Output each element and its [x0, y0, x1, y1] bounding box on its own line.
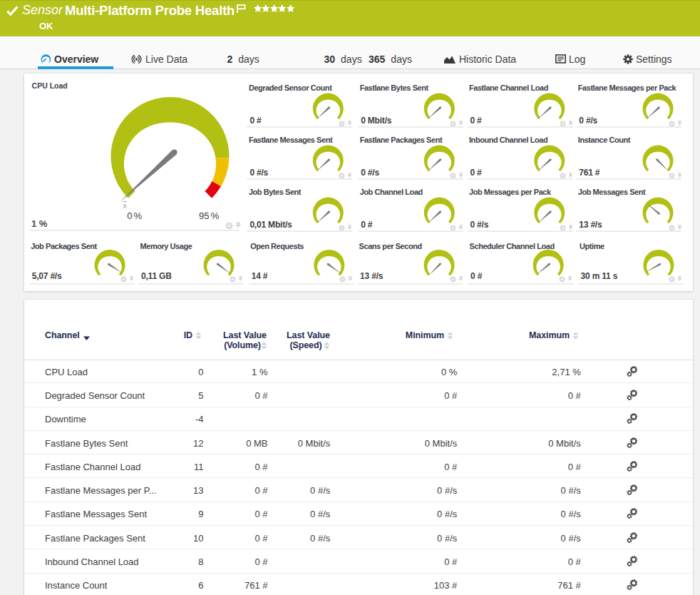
pin-icon[interactable]: [567, 276, 572, 282]
gauge-cell-job-bytes-sent: Job Bytes Sent0,01 Mbit/s: [245, 186, 354, 233]
pin-icon[interactable]: [677, 121, 682, 126]
gauge-title: Uptime: [580, 242, 604, 250]
pin-icon[interactable]: [347, 225, 352, 230]
channel-row-fastlane-packages-sent[interactable]: Fastlane Packages Sent100 #0 #/s0 #/s0 #…: [24, 526, 693, 549]
pin-icon[interactable]: [458, 276, 463, 282]
gauge-title: Open Requests: [250, 242, 304, 250]
gauge-cell-fastlane-packages-sent: Fastlane Packages Sent0 #/s: [356, 134, 465, 180]
tab-label: days: [391, 54, 412, 65]
channel-row-fastlane-channel-load[interactable]: Fastlane Channel Load110 #0 #0 #: [24, 454, 693, 478]
column-header-maximum[interactable]: Maximum: [24, 330, 570, 340]
channel-settings-gears-icon[interactable]: [624, 484, 639, 496]
gauge-cell-uptime: Uptime30 m 11 s: [577, 240, 685, 287]
cell-separator: [576, 230, 681, 232]
sort-carets-icon[interactable]: [324, 342, 330, 350]
channel-settings-gears-icon[interactable]: [624, 556, 639, 567]
channel-row-degraded-sensor-count[interactable]: Degraded Sensor Count50 #0 #0 #: [24, 383, 693, 407]
star-icon[interactable]: [254, 4, 262, 12]
column-header-last-value-volume-sub[interactable]: (Volume): [217, 340, 267, 350]
log-icon: [555, 54, 566, 63]
gauge-cell-fastlane-messages-sent: Fastlane Messages Sent0 #/s: [245, 134, 354, 180]
gear-icon: [623, 54, 633, 64]
star-icon[interactable]: [278, 4, 286, 12]
pin-icon[interactable]: [458, 173, 463, 178]
tab-overview[interactable]: Overview: [41, 36, 98, 69]
tab-live-data[interactable]: Live Data: [130, 36, 187, 69]
sensor-status-banner: Sensor Multi-Platform Probe Health OK: [0, 0, 700, 36]
pin-icon[interactable]: [677, 225, 682, 230]
sort-carets-icon[interactable]: [195, 332, 202, 340]
tab-historic-data[interactable]: Historic Data: [443, 36, 516, 69]
channel-row-fastlane-messages-sent[interactable]: Fastlane Messages Sent90 #0 #/s0 #/s0 #/…: [24, 502, 693, 526]
pin-icon[interactable]: [347, 121, 352, 126]
pin-icon[interactable]: [568, 225, 573, 230]
tab-30-days[interactable]: 30days: [324, 36, 362, 69]
pin-icon[interactable]: [458, 121, 463, 126]
gauge-title: Job Messages per Pack: [469, 188, 551, 196]
gauge-settings-gear-icon[interactable]: [559, 276, 565, 283]
pin-icon[interactable]: [238, 276, 243, 282]
pin-icon[interactable]: [235, 222, 242, 229]
gauge-settings-gear-icon[interactable]: [120, 276, 127, 283]
pin-icon[interactable]: [677, 276, 682, 282]
tab-365-days[interactable]: 365days: [369, 36, 412, 69]
gauge-cell-inbound-channel-load: Inbound Channel Load0 #: [466, 134, 575, 180]
channel-settings-gears-icon[interactable]: [624, 461, 639, 472]
tab-settings[interactable]: Settings: [623, 36, 672, 69]
channel-settings-gears-icon[interactable]: [624, 413, 639, 424]
sort-carets-icon[interactable]: [447, 332, 453, 340]
gauge-value: 14 #: [252, 271, 268, 281]
gauge-cell-open-requests: Open Requests14 #: [247, 240, 356, 287]
channel-row-downtime[interactable]: Downtime-4: [24, 407, 693, 431]
gauge-settings-gear-icon[interactable]: [225, 222, 233, 230]
star-icon[interactable]: [262, 4, 269, 12]
cell-separator: [29, 283, 135, 285]
tab-2-days[interactable]: 2days: [227, 36, 259, 69]
gauge-value: 13 #/s: [360, 271, 383, 281]
pin-icon[interactable]: [458, 225, 463, 230]
sort-carets-icon[interactable]: [572, 332, 579, 340]
channel-settings-gears-icon[interactable]: [624, 366, 639, 377]
gauge-value: 0 #: [249, 116, 261, 126]
pin-icon[interactable]: [677, 173, 682, 178]
cell-id: -4: [24, 414, 204, 424]
gauge-value: 761 #: [579, 168, 599, 178]
pin-icon[interactable]: [568, 173, 573, 178]
channel-row-instance-count[interactable]: Instance Count6761 #103 #761 #: [24, 574, 693, 595]
gauge-cell-job-messages-per-pack: Job Messages per Pack0 #/s: [466, 186, 575, 233]
channel-row-cpu-load[interactable]: CPU Load01 %0 %2,71 %: [24, 360, 693, 383]
channel-row-inbound-channel-load[interactable]: Inbound Channel Load80 #0 #0 #: [24, 549, 693, 573]
gauge-settings-gear-icon[interactable]: [450, 276, 456, 283]
gauge-value: 0 Mbit/s: [361, 116, 391, 126]
cell-separator: [468, 230, 573, 232]
tab-label: Overview: [54, 54, 98, 65]
channel-settings-gears-icon[interactable]: [624, 390, 639, 401]
gauge-title: Job Packages Sent: [31, 242, 97, 250]
sensor-status-text: OK: [39, 21, 53, 31]
channel-row-fastlane-bytes-sent[interactable]: Fastlane Bytes Sent120 MB0 Mbit/s0 Mbit/…: [24, 431, 693, 454]
channel-row-fastlane-messages-per-p-[interactable]: Fastlane Messages per P...130 #0 #/s0 #/…: [24, 479, 693, 502]
broadcast-icon: [130, 54, 143, 64]
priority-stars[interactable]: [254, 4, 294, 12]
gauge-value: 0,11 GB: [141, 271, 172, 281]
pin-icon[interactable]: [129, 276, 134, 282]
gauge-settings-gear-icon[interactable]: [669, 276, 675, 283]
flag-icon[interactable]: [237, 4, 246, 13]
gauge-settings-gear-icon[interactable]: [339, 276, 346, 283]
tab-log[interactable]: Log: [555, 36, 585, 69]
cell-separator: [358, 178, 463, 180]
pin-icon[interactable]: [347, 173, 352, 178]
pin-icon[interactable]: [568, 121, 573, 126]
channel-settings-gears-icon[interactable]: [624, 437, 639, 449]
star-icon[interactable]: [287, 4, 294, 12]
gauge-settings-gear-icon[interactable]: [230, 276, 236, 283]
star-icon[interactable]: [270, 4, 278, 12]
gauge-cell-job-packages-sent: Job Packages Sent5,07 #/s: [28, 240, 136, 287]
channel-settings-gears-icon[interactable]: [624, 579, 639, 591]
pin-icon[interactable]: [348, 276, 353, 282]
gauge-title: Scans per Second: [359, 242, 422, 250]
sort-carets-icon[interactable]: [261, 342, 267, 350]
gauge-cell-job-messages-sent: Job Messages Sent13 #/s: [575, 186, 683, 233]
channel-settings-gears-icon[interactable]: [624, 508, 639, 519]
channel-settings-gears-icon[interactable]: [624, 532, 639, 544]
